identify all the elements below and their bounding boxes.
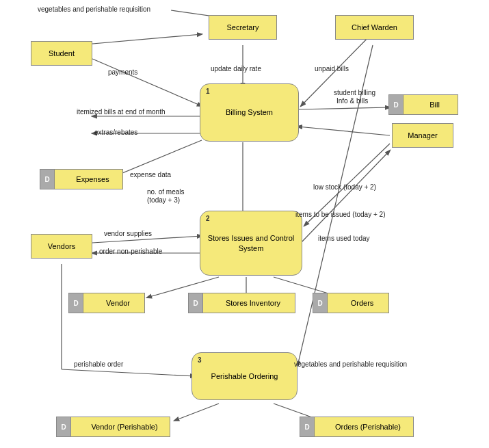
label-veg-req-top: vegetables and perishable requisition	[38, 5, 150, 13]
svg-line-20	[174, 404, 219, 421]
svg-line-10	[301, 150, 390, 243]
entity-secretary-label: Secretary	[226, 23, 259, 31]
process-billing-label: Billing System	[226, 107, 273, 117]
process-billing-number: 1	[206, 87, 210, 96]
svg-line-19	[62, 369, 195, 376]
label-info-bills: Info & bills	[336, 97, 368, 105]
label-expense-data: expense data	[130, 171, 171, 179]
datastore-expenses: Expenses	[55, 169, 123, 189]
datastore-orders: Orders	[328, 293, 389, 313]
label-unpaid-bills: unpaid bills	[315, 65, 349, 73]
datastore-expenses-d: D	[40, 169, 55, 189]
label-low-stock: low stock (today + 2)	[313, 183, 376, 191]
process-perishable-label: Perishable Ordering	[211, 371, 278, 381]
label-perishable-order: perishable order	[74, 360, 123, 368]
label-order-non-perishable: order non-perishable	[99, 248, 162, 255]
entity-chiefwarden-label: Chief Warden	[352, 23, 397, 31]
entity-student-label: Student	[49, 49, 75, 57]
label-items-issued: items to be issued (today + 2)	[295, 211, 385, 218]
datastore-bill: Bill	[404, 94, 458, 115]
process-perishable: 3 Perishable Ordering	[191, 352, 298, 400]
datastore-bill-d: D	[388, 94, 404, 115]
datastore-vendor: Vendor	[83, 293, 145, 313]
label-vendor-supplies: vendor supplies	[104, 230, 152, 237]
datastore-orders-p: Orders (Perishable)	[315, 417, 414, 437]
label-items-used: items used today	[318, 235, 370, 242]
label-no-meals: no. of meals	[147, 188, 184, 196]
diagram: Student Secretary Chief Warden Manager V…	[0, 0, 489, 448]
svg-line-8	[298, 127, 390, 135]
entity-chiefwarden: Chief Warden	[335, 15, 414, 40]
datastore-orders-p-d: D	[300, 417, 315, 437]
entity-secretary: Secretary	[209, 15, 277, 40]
process-billing: 1 Billing System	[200, 83, 299, 142]
label-payments: payments	[108, 68, 137, 76]
datastore-storesinv-d: D	[188, 293, 203, 313]
entity-vendors: Vendors	[31, 234, 92, 259]
process-stores-number: 2	[206, 214, 210, 223]
datastore-orders-d: D	[313, 293, 328, 313]
svg-line-0	[92, 59, 202, 106]
label-today3: (today + 3)	[147, 196, 180, 204]
datastore-vendor-d: D	[68, 293, 83, 313]
process-stores-label: Stores Issues and Control System	[204, 233, 298, 253]
label-itemized-bills: itemized bills at end of month	[77, 108, 166, 116]
entity-manager-label: Manager	[408, 131, 437, 140]
datastore-vendor-p: Vendor (Perishable)	[71, 417, 170, 437]
label-update-daily: update daily rate	[211, 65, 261, 73]
label-veg-req-bottom: vegetables and perishable requisition	[294, 360, 407, 368]
svg-line-6	[298, 107, 390, 109]
entity-vendors-label: Vendors	[48, 242, 75, 250]
process-perishable-number: 3	[198, 356, 202, 365]
label-extras-rebates: extras/rebates	[94, 129, 137, 136]
entity-manager: Manager	[392, 123, 453, 148]
process-stores: 2 Stores Issues and Control System	[200, 211, 302, 276]
entity-student: Student	[31, 41, 92, 66]
datastore-storesinv: Stores Inventory	[203, 293, 295, 313]
datastore-vendor-p-d: D	[56, 417, 71, 437]
label-student-billing: student billing	[334, 89, 375, 96]
